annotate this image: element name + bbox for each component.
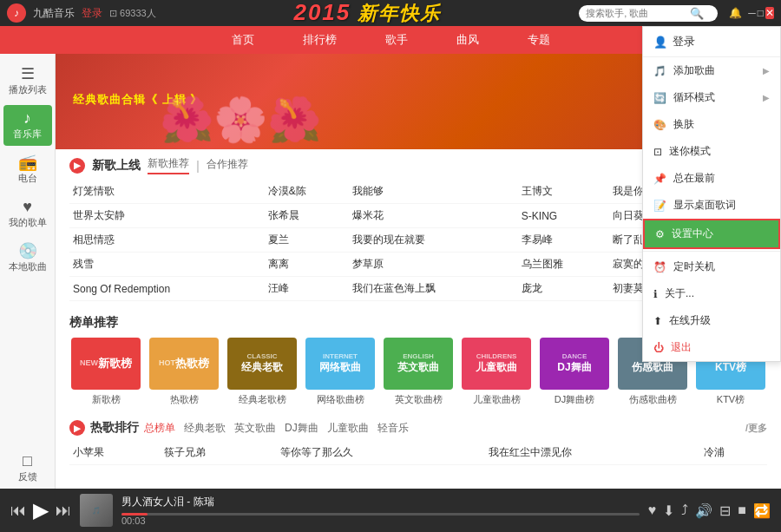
nav-item-charts[interactable]: 排行榜 bbox=[296, 29, 344, 51]
hot-tab-classic[interactable]: 经典老歌 bbox=[184, 421, 226, 436]
hot-play-btn[interactable]: ▶ bbox=[69, 420, 85, 436]
exit-label: 退出 bbox=[671, 340, 692, 355]
hot-songs-table: 小苹果 筷子兄弟 等你等了那么久 我在红尘中漂见你 冷浦 bbox=[69, 441, 767, 465]
new-songs-play-btn[interactable]: ▶ bbox=[69, 158, 85, 174]
mini-icon: ⊡ bbox=[653, 146, 662, 158]
hot-section: ▶ 热歌排行 总榜单 经典老歌 英文歌曲 DJ舞曲 儿童歌曲 轻音乐 /更多 小… bbox=[56, 413, 781, 472]
user-count: ⊡ 69333人 bbox=[109, 7, 156, 20]
dropdown-divider bbox=[643, 251, 780, 252]
bell-icon[interactable]: 🔔 bbox=[725, 5, 746, 21]
lyrics-label: 显示桌面歌词 bbox=[673, 198, 736, 213]
dropdown-add-song[interactable]: 🎵 添加歌曲 ▶ bbox=[643, 57, 780, 84]
hot-tab-all[interactable]: 总榜单 bbox=[144, 421, 175, 436]
title-bar-right-group: 🔍 🔔 ─ □ ✕ bbox=[579, 5, 774, 22]
shutdown-icon: ⏰ bbox=[653, 261, 666, 273]
chart-item-children[interactable]: CHILDRENS 儿童歌曲 儿童歌曲榜 bbox=[460, 338, 533, 406]
chart-item-classic[interactable]: CLASSIC 经典老歌 经典老歌榜 bbox=[226, 338, 299, 406]
nav-item-home[interactable]: 首页 bbox=[225, 29, 261, 51]
power-icon: ⏻ bbox=[653, 342, 664, 354]
arrow-icon: ▶ bbox=[763, 93, 770, 102]
repeat-button[interactable]: 🔁 bbox=[753, 502, 771, 519]
minimize-button[interactable]: ─ bbox=[748, 7, 756, 19]
tab-new-songs[interactable]: 新歌推荐 bbox=[148, 156, 189, 174]
dropdown-about[interactable]: ℹ 关于... bbox=[643, 280, 780, 307]
dropdown-header: 👤 登录 bbox=[643, 27, 780, 57]
tab-collab[interactable]: 合作推荐 bbox=[207, 157, 248, 174]
chart-item-hot[interactable]: HOT 热歌榜 热歌榜 bbox=[148, 338, 220, 406]
search-icon[interactable]: 🔍 bbox=[690, 7, 704, 20]
sidebar-item-radio[interactable]: 📻 电台 bbox=[3, 149, 52, 190]
share-button[interactable]: ⤴ bbox=[681, 502, 688, 518]
dropdown-upgrade[interactable]: ⬆ 在线升级 bbox=[643, 307, 780, 334]
app-name: 九酷音乐 bbox=[33, 6, 75, 21]
window-controls: 🔔 ─ □ ✕ bbox=[725, 5, 774, 21]
chart-label: 网络歌曲榜 bbox=[317, 393, 364, 406]
nav-item-artists[interactable]: 歌手 bbox=[378, 29, 415, 51]
new-year-greeting: 新年快乐 bbox=[358, 3, 441, 24]
loop-label: 循环模式 bbox=[673, 90, 715, 105]
library-icon: ♪ bbox=[23, 110, 31, 126]
download-button[interactable]: ⬇ bbox=[663, 502, 674, 519]
chart-item-dance[interactable]: DANCE DJ舞曲 DJ舞曲榜 bbox=[538, 338, 611, 406]
sidebar-label-feedback: 反馈 bbox=[18, 470, 37, 483]
chart-item-internet[interactable]: INTERNET 网络歌曲 网络歌曲榜 bbox=[304, 338, 377, 406]
eq-button[interactable]: ⊟ bbox=[719, 502, 731, 519]
dropdown-top[interactable]: 📌 总在最前 bbox=[643, 165, 780, 192]
hot-tab-dance[interactable]: DJ舞曲 bbox=[285, 421, 318, 436]
add-song-icon: 🎵 bbox=[653, 65, 666, 77]
close-button[interactable]: ✕ bbox=[765, 7, 774, 19]
dropdown-skin[interactable]: 🎨 换肤 bbox=[643, 111, 780, 138]
sidebar-item-playlist[interactable]: ☰ 播放列表 bbox=[3, 61, 52, 102]
dropdown-mini[interactable]: ⊡ 迷你模式 bbox=[643, 138, 780, 165]
search-input[interactable] bbox=[586, 8, 690, 18]
chart-item-new[interactable]: NEW 新歌榜 新歌榜 bbox=[69, 338, 142, 406]
dropdown-settings[interactable]: ⚙ 设置中心 bbox=[643, 219, 780, 249]
nav-item-special[interactable]: 专题 bbox=[521, 29, 557, 51]
about-label: 关于... bbox=[665, 286, 694, 301]
desktop-lyrics-button[interactable]: ■ bbox=[738, 502, 746, 518]
dropdown-desktop-lyrics[interactable]: 📝 显示桌面歌词 bbox=[643, 192, 780, 219]
top-icon: 📌 bbox=[653, 173, 666, 185]
like-button[interactable]: ♥ bbox=[648, 502, 657, 518]
hot-tab-light[interactable]: 轻音乐 bbox=[377, 421, 409, 436]
play-button[interactable]: ▶ bbox=[33, 498, 49, 522]
next-button[interactable]: ⏭ bbox=[56, 502, 71, 520]
hot-header: ▶ 热歌排行 总榜单 经典老歌 英文歌曲 DJ舞曲 儿童歌曲 轻音乐 /更多 bbox=[69, 420, 767, 436]
lyrics-icon: 📝 bbox=[653, 200, 666, 212]
hot-tabs: 总榜单 经典老歌 英文歌曲 DJ舞曲 儿童歌曲 轻音乐 bbox=[144, 421, 740, 436]
maximize-button[interactable]: □ bbox=[758, 7, 764, 19]
chart-item-english[interactable]: ENGLISH 英文歌曲 英文歌曲榜 bbox=[382, 338, 455, 406]
player-info: 男人酒女人泪 - 陈瑞 00:03 bbox=[121, 495, 640, 526]
title-bar-left: ♪ 九酷音乐 登录 ⊡ 69333人 bbox=[7, 3, 156, 23]
sidebar-item-library[interactable]: ♪ 音乐库 bbox=[3, 105, 52, 146]
player-time: 00:03 bbox=[121, 516, 640, 526]
volume-button[interactable]: 🔊 bbox=[695, 502, 712, 519]
login-link[interactable]: 登录 bbox=[82, 6, 102, 21]
skin-label: 换肤 bbox=[673, 117, 694, 132]
prev-button[interactable]: ⏮ bbox=[10, 502, 26, 520]
search-bar[interactable]: 🔍 bbox=[579, 5, 718, 22]
new-songs-title: 新歌上线 bbox=[92, 158, 141, 174]
sidebar-item-local[interactable]: 💿 本地歌曲 bbox=[3, 238, 52, 279]
feedback-icon: □ bbox=[23, 453, 32, 469]
dropdown-login-text[interactable]: 登录 bbox=[673, 34, 695, 49]
upgrade-label: 在线升级 bbox=[669, 313, 711, 328]
sidebar-label-library: 音乐库 bbox=[13, 128, 42, 141]
player-title: 男人酒女人泪 - 陈瑞 bbox=[121, 495, 640, 509]
sidebar-item-mylist[interactable]: ♥ 我的歌单 bbox=[3, 194, 52, 234]
dropdown-loop-mode[interactable]: 🔄 循环模式 ▶ bbox=[643, 84, 780, 111]
dropdown-shutdown[interactable]: ⏰ 定时关机 bbox=[643, 253, 780, 280]
sidebar: ☰ 播放列表 ♪ 音乐库 📻 电台 ♥ 我的歌单 💿 本地歌曲 □ 反馈 bbox=[0, 54, 56, 489]
sidebar-item-feedback[interactable]: □ 反馈 bbox=[3, 448, 52, 489]
sidebar-label-mylist: 我的歌单 bbox=[9, 216, 47, 229]
hot-more-link[interactable]: /更多 bbox=[745, 422, 767, 435]
hot-tab-english[interactable]: 英文歌曲 bbox=[234, 421, 276, 436]
new-year-banner: 2015 新年快乐 bbox=[156, 0, 580, 27]
player-bar: ⏮ ▶ ⏭ 🎵 男人酒女人泪 - 陈瑞 00:03 ♥ ⬇ ⤴ 🔊 ⊟ ■ 🔁 bbox=[0, 489, 781, 532]
sidebar-label-radio: 电台 bbox=[18, 172, 37, 185]
dropdown-exit[interactable]: ⏻ 退出 bbox=[643, 334, 780, 361]
settings-icon: ⚙ bbox=[655, 228, 665, 240]
chart-label: 英文歌曲榜 bbox=[395, 393, 443, 406]
nav-item-style[interactable]: 曲风 bbox=[450, 29, 486, 51]
hot-tab-children[interactable]: 儿童歌曲 bbox=[327, 421, 369, 436]
